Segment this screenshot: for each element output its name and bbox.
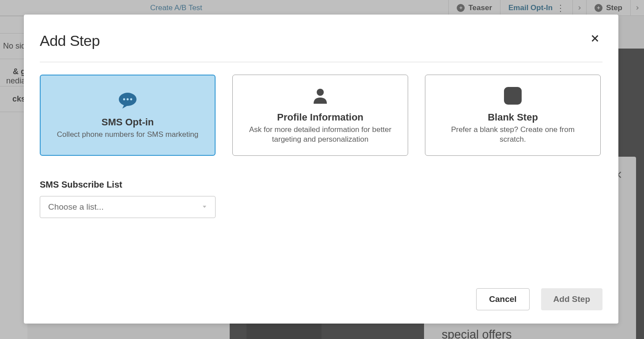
option-blank-step[interactable]: Blank Step Prefer a blank step? Create o… <box>425 75 601 156</box>
option-description: Prefer a blank step? Create one from scr… <box>439 125 587 144</box>
blank-square-icon <box>504 86 522 105</box>
modal-title: Add Step <box>40 32 100 49</box>
option-title: SMS Opt-in <box>102 117 154 128</box>
cancel-button[interactable]: Cancel <box>476 288 529 310</box>
sms-subscribe-list-select[interactable]: Choose a list... <box>40 196 216 218</box>
svg-point-5 <box>123 98 125 101</box>
svg-point-6 <box>127 98 129 101</box>
add-step-modal: Add Step SMS Opt-in Collect phone number… <box>24 15 618 324</box>
option-title: Blank Step <box>488 112 538 123</box>
sms-subscribe-list-label: SMS Subscribe List <box>40 180 602 190</box>
svg-point-8 <box>317 89 324 96</box>
modal-footer: Cancel Add Step <box>40 284 602 310</box>
modal-body: SMS Opt-in Collect phone numbers for SMS… <box>40 62 602 284</box>
option-title: Profile Information <box>277 112 364 123</box>
option-description: Ask for more detailed information for be… <box>246 125 394 144</box>
svg-rect-9 <box>504 87 522 105</box>
step-type-options: SMS Opt-in Collect phone numbers for SMS… <box>40 75 602 156</box>
person-icon <box>311 86 329 105</box>
select-placeholder: Choose a list... <box>48 202 104 212</box>
sms-subscribe-list-section: SMS Subscribe List Choose a list... <box>40 180 602 218</box>
close-icon <box>589 33 601 44</box>
svg-point-7 <box>130 98 133 101</box>
chevron-down-icon <box>202 203 207 211</box>
sms-chat-icon <box>118 91 137 110</box>
option-sms-optin[interactable]: SMS Opt-in Collect phone numbers for SMS… <box>40 75 216 156</box>
option-profile-information[interactable]: Profile Information Ask for more detaile… <box>232 75 408 156</box>
add-step-button[interactable]: Add Step <box>541 288 602 310</box>
modal-header: Add Step <box>40 32 602 62</box>
option-description: Collect phone numbers for SMS marketing <box>57 130 198 139</box>
close-button[interactable] <box>587 32 602 46</box>
